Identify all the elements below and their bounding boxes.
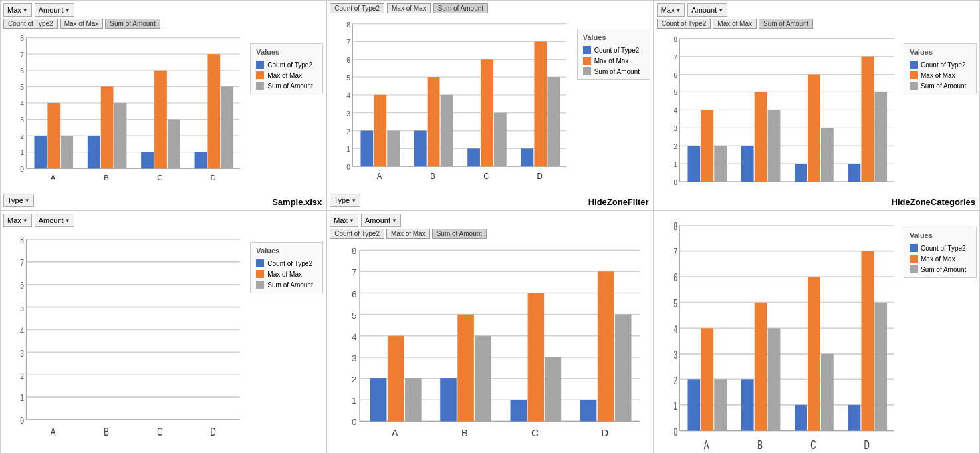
svg-text:D: D <box>211 426 216 438</box>
max-dropdown[interactable]: Max ▼ <box>657 3 685 17</box>
legend-item-count: Count of Type2 <box>256 61 317 69</box>
svg-text:A: A <box>51 174 56 182</box>
type-label: Type <box>334 196 350 204</box>
svg-rect-22 <box>61 136 73 168</box>
svg-text:7: 7 <box>20 258 24 269</box>
chart-area: 012345678 ABCD Values Count of Type2 Max… <box>330 15 650 192</box>
filter-tag-max[interactable]: Max of Max <box>386 229 430 239</box>
svg-text:8: 8 <box>674 221 677 233</box>
svg-text:4: 4 <box>20 325 24 336</box>
svg-rect-152 <box>458 315 475 422</box>
amount-label: Amount <box>691 6 717 14</box>
svg-text:D: D <box>537 172 543 182</box>
svg-text:7: 7 <box>674 53 677 61</box>
legend-color-sum <box>583 67 591 75</box>
panel-sample: Max ▼ Amount ▼ Count of Type2 Max of Max… <box>0 0 326 210</box>
svg-rect-99 <box>808 75 820 182</box>
svg-text:1: 1 <box>674 400 677 412</box>
legend-item-count: Count of Type2 <box>910 61 971 69</box>
type-dropdown[interactable]: Type ▼ <box>330 194 360 207</box>
svg-rect-25 <box>114 103 127 168</box>
legend-label-max: Max of Max <box>921 72 955 79</box>
svg-rect-151 <box>441 378 457 421</box>
filter-tag-sum[interactable]: Sum of Amount <box>432 229 487 239</box>
filter-tag-max[interactable]: Max of Max <box>60 19 104 29</box>
amount-dropdown[interactable]: Amount ▼ <box>35 3 74 17</box>
amount-label: Amount <box>39 216 64 224</box>
filter-tags: Count of Type2 Max of Max Sum of Amount <box>330 229 650 239</box>
amount-dropdown[interactable]: Amount ▼ <box>35 214 74 227</box>
legend-label-count: Count of Type2 <box>267 260 312 267</box>
filter-tag-sum[interactable]: Sum of Amount <box>105 19 160 29</box>
legend-title: Values <box>256 48 317 56</box>
svg-text:D: D <box>211 174 216 182</box>
svg-text:4: 4 <box>674 323 677 335</box>
filter-tag-count[interactable]: Count of Type2 <box>657 19 711 29</box>
filter-tag-count[interactable]: Count of Type2 <box>330 229 384 239</box>
svg-rect-27 <box>154 71 167 169</box>
svg-text:C: C <box>810 438 816 451</box>
legend-title: Values <box>256 247 317 255</box>
panel-hideZoneSeries: Max ▼ Amount ▼ Count of Type2 Max of Max… <box>326 210 653 453</box>
svg-text:6: 6 <box>674 272 677 284</box>
svg-rect-92 <box>687 146 700 182</box>
svg-rect-66 <box>535 41 547 166</box>
amount-dropdown[interactable]: Amount ▼ <box>361 214 401 227</box>
svg-text:4: 4 <box>352 332 357 342</box>
type-dropdown[interactable]: Type ▼ <box>3 194 34 207</box>
svg-rect-67 <box>548 77 560 166</box>
svg-rect-155 <box>528 293 545 422</box>
svg-text:8: 8 <box>20 35 24 42</box>
svg-text:0: 0 <box>20 416 24 426</box>
svg-text:D: D <box>864 438 869 451</box>
max-arrow-icon: ▼ <box>23 7 28 13</box>
svg-rect-185 <box>701 328 713 430</box>
svg-text:1: 1 <box>20 149 24 156</box>
svg-rect-156 <box>545 357 562 421</box>
filter-tag-sum[interactable]: Sum of Amount <box>433 3 488 13</box>
svg-text:A: A <box>51 426 56 438</box>
max-arrow-icon: ▼ <box>675 7 681 13</box>
chart-legend: Values Count of Type2 Max of Max Sum of … <box>250 43 323 94</box>
svg-rect-61 <box>441 95 453 166</box>
filter-tag-count[interactable]: Count of Type2 <box>330 3 384 13</box>
svg-rect-195 <box>874 303 887 431</box>
svg-text:7: 7 <box>352 267 357 277</box>
filter-tag-max[interactable]: Max of Max <box>713 19 757 29</box>
top-controls: Max ▼ Amount ▼ <box>657 3 977 17</box>
svg-text:4: 4 <box>674 106 677 115</box>
svg-text:2: 2 <box>674 375 677 386</box>
legend-color-max <box>583 57 591 65</box>
svg-text:B: B <box>104 426 109 438</box>
svg-rect-23 <box>88 136 100 168</box>
svg-text:5: 5 <box>20 303 24 313</box>
svg-text:C: C <box>157 174 162 182</box>
legend-color-count <box>583 46 591 54</box>
svg-text:3: 3 <box>674 124 677 133</box>
svg-rect-97 <box>767 110 780 182</box>
top-controls: Max ▼ Amount ▼ <box>330 214 650 227</box>
max-dropdown[interactable]: Max ▼ <box>3 214 32 227</box>
svg-rect-63 <box>481 59 493 166</box>
filter-tag-sum[interactable]: Sum of Amount <box>759 19 813 29</box>
svg-text:0: 0 <box>674 426 677 438</box>
legend-item-max: Max of Max <box>256 270 317 278</box>
max-dropdown[interactable]: Max ▼ <box>3 3 32 17</box>
svg-text:2: 2 <box>20 371 24 381</box>
amount-label: Amount <box>365 216 390 224</box>
max-label: Max <box>7 216 21 224</box>
chart-svg: 012345678 ABCD <box>3 229 247 452</box>
filter-tag-count[interactable]: Count of Type2 <box>3 19 58 29</box>
panel-label: HideZoneCategories <box>892 197 975 207</box>
legend-label-max: Max of Max <box>267 72 302 79</box>
svg-text:1: 1 <box>352 396 357 406</box>
filter-tags: Count of Type2 Max of Max Sum of Amount <box>3 19 323 29</box>
svg-rect-60 <box>428 77 440 166</box>
filter-tag-max[interactable]: Max of Max <box>387 3 431 13</box>
svg-text:4: 4 <box>347 91 351 100</box>
max-dropdown[interactable]: Max ▼ <box>330 214 358 227</box>
legend-color-max <box>256 270 264 278</box>
svg-text:5: 5 <box>20 84 24 91</box>
svg-rect-29 <box>195 152 207 169</box>
amount-dropdown[interactable]: Amount ▼ <box>687 3 727 17</box>
